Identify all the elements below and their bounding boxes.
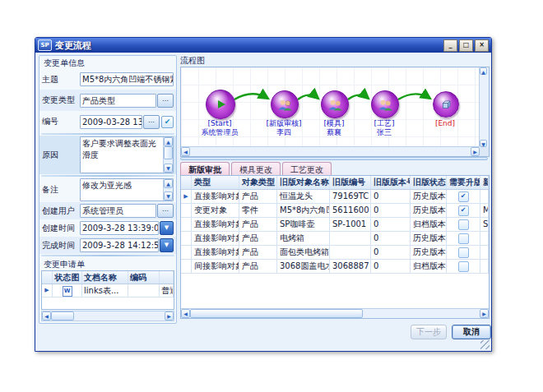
grid-header: 类型 对象类型 旧版对象名称 旧版编号 旧版版本号 旧版状态 需要升版 新版 <box>181 176 489 190</box>
col-obj-type[interactable]: 对象类型 <box>239 176 277 189</box>
scroll-up-icon[interactable]: ▲ <box>164 137 173 146</box>
number-picker-button[interactable]: … <box>143 115 160 129</box>
next-button[interactable]: 下一步 <box>411 325 447 339</box>
flow-chart: [Start]系统管理员 [新版审核]李四 [模具]蔡襄 [工艺]张三 [End… <box>180 67 490 157</box>
col-upgrade[interactable]: 需要升版 <box>447 176 480 189</box>
flow-node-review[interactable] <box>271 90 299 118</box>
remark-spinner[interactable]: ▲ ▼ <box>163 179 173 201</box>
scrollbar-corner <box>480 147 489 156</box>
play-icon <box>218 100 225 108</box>
cell-new-name <box>480 232 489 245</box>
cell-type: 直接影响对象 <box>192 190 239 203</box>
upgrade-checkbox[interactable] <box>458 219 469 230</box>
reason-textarea[interactable]: 客户要求调整表面光滑度 ▲ ▼ <box>80 136 174 173</box>
grid-empty-area <box>181 274 489 308</box>
finish-time-dropdown-icon[interactable]: ▼ <box>160 238 174 252</box>
remark-textarea[interactable]: 修改为亚光感 ▲ ▼ <box>80 178 174 201</box>
upgrade-checkbox[interactable]: ✔ <box>458 205 469 216</box>
minimize-button[interactable]: _ <box>443 39 457 52</box>
cell-old-ver: 0 <box>371 218 411 231</box>
flow-node-craft[interactable] <box>371 90 399 118</box>
reason-scrollbar[interactable]: ▲ ▼ <box>163 137 173 173</box>
cell-new-name <box>480 260 489 273</box>
number-checkbox[interactable]: ✔ <box>161 116 174 128</box>
flow-vscrollbar[interactable]: ▲ ▼ <box>479 67 489 147</box>
scroll-thumb[interactable] <box>51 311 74 321</box>
cell-obj-type: 产品 <box>239 232 277 245</box>
scroll-down-icon[interactable]: ▼ <box>480 140 487 147</box>
col-doc-name[interactable]: 文档名称 <box>82 271 128 284</box>
table-row[interactable]: 直接影响对象 产品 面包类电烤箱 0 历史版本 <box>181 246 489 260</box>
subject-input[interactable]: M5*8内六角凹端不锈钢紧固螺钉 <box>80 72 174 86</box>
cell-type: 直接影响对象 <box>192 232 239 245</box>
number-input[interactable]: 2009-03-28 13:39:01 <box>80 115 142 129</box>
titlebar[interactable]: SP 变更流程 _ □ × <box>35 38 491 53</box>
table-row[interactable]: 直接影响对象 产品 电烤箱 0 历史版本 <box>181 232 489 246</box>
scroll-up-icon[interactable]: ▲ <box>480 67 487 75</box>
cancel-button[interactable]: 取消 <box>452 325 491 339</box>
table-row[interactable]: 间接影响对象 产品 3068圆盖电水壶 3068887 0 归档版本 <box>181 260 489 274</box>
resize-grip[interactable] <box>480 340 490 349</box>
create-time-dropdown-icon[interactable]: ▼ <box>160 221 174 235</box>
flow-node-mold[interactable] <box>321 90 349 118</box>
cell-old-status: 历史版本 <box>411 190 447 203</box>
scroll-right-icon[interactable]: ▶ <box>165 311 174 321</box>
maximize-button[interactable]: □ <box>459 39 473 52</box>
col-old-ver[interactable]: 旧版版本号 <box>371 176 411 189</box>
creator-input[interactable]: 系统管理员 <box>80 204 156 218</box>
upgrade-checkbox[interactable] <box>458 261 469 272</box>
divider <box>41 175 174 177</box>
col-type[interactable]: 类型 <box>192 176 239 189</box>
col-old-status[interactable]: 旧版状态 <box>411 176 447 189</box>
scroll-right-icon[interactable]: ▶ <box>471 147 480 156</box>
change-request-table: 状态图 文档名称 编码 ▶ W links表... 普通 <box>41 270 174 310</box>
desktop: { "icons": { "up": "▲", "down": "▼", "le… <box>0 0 543 392</box>
people-icon <box>327 99 343 111</box>
request-table-hscrollbar[interactable]: ◀ ▶ <box>41 311 174 321</box>
col-new[interactable]: 新版 <box>480 176 489 189</box>
cell-obj-type: 产品 <box>239 260 277 273</box>
creator-picker-button[interactable]: … <box>157 204 174 218</box>
horizontal-splitter[interactable] <box>180 157 488 160</box>
flow-node-start[interactable] <box>206 90 235 119</box>
cell-new-name: M5*8 <box>480 204 489 217</box>
cell-old-no: 79169TC <box>330 190 371 203</box>
upgrade-checkbox[interactable]: ✔ <box>458 191 469 202</box>
request-table-row[interactable]: ▶ W links表... 普通 <box>42 284 174 297</box>
scroll-thumb[interactable] <box>190 309 363 318</box>
scroll-left-icon[interactable]: ◀ <box>181 147 190 156</box>
col-code[interactable]: 编码 <box>128 271 160 284</box>
doc-extra-cell: 普通 <box>160 284 174 297</box>
window-title: 变更流程 <box>55 39 442 52</box>
table-row[interactable]: 直接影响对象 产品 SP咖啡壶 SP-1001 0 归档版本 SP咖 <box>181 218 489 232</box>
cell-old-name: SP咖啡壶 <box>277 218 330 231</box>
grid-hscrollbar[interactable]: ◀ ▶ <box>181 308 489 318</box>
scroll-left-icon[interactable]: ◀ <box>181 309 190 318</box>
scroll-left-icon[interactable]: ◀ <box>42 311 51 321</box>
flow-canvas[interactable]: [Start]系统管理员 [新版审核]李四 [模具]蔡襄 [工艺]张三 [End… <box>181 67 480 147</box>
finish-time-input[interactable]: 2009-3-28 14:12:50 <box>80 238 159 252</box>
table-row[interactable]: ▶ 直接影响对象 产品 恒温龙头 79169TC 0 历史版本 ✔ <box>181 190 489 204</box>
cell-new-name <box>480 190 489 203</box>
number-label: 编号 <box>42 116 80 127</box>
change-type-label: 变更类型 <box>42 95 80 106</box>
scroll-thumb[interactable] <box>164 146 173 159</box>
flow-node-end[interactable] <box>433 91 459 118</box>
remark-row: 备注 修改为亚光感 ▲ ▼ <box>39 178 176 202</box>
spin-up-icon[interactable]: ▲ <box>164 179 173 188</box>
col-old-no[interactable]: 旧版编号 <box>330 176 371 189</box>
create-time-input[interactable]: 2009-3-28 13:39:01 <box>80 221 159 235</box>
upgrade-checkbox[interactable] <box>458 233 469 244</box>
scroll-right-icon[interactable]: ▶ <box>480 309 489 318</box>
change-type-picker-button[interactable]: … <box>157 94 174 108</box>
flow-hscrollbar[interactable]: ◀ ▶ <box>181 146 480 156</box>
col-status[interactable]: 状态图 <box>53 271 82 284</box>
spin-down-icon[interactable]: ▼ <box>164 191 173 201</box>
scroll-down-icon[interactable]: ▼ <box>164 164 173 173</box>
upgrade-checkbox[interactable] <box>458 247 469 258</box>
cell-old-ver: 0 <box>371 190 411 203</box>
change-type-input[interactable]: 产品类型 <box>80 94 156 108</box>
close-button[interactable]: × <box>475 39 489 52</box>
table-row[interactable]: 变更对象 零件 M5*8内六角凹... 5611600 0 历史版本 ✔ M5*… <box>181 204 489 218</box>
col-old-name[interactable]: 旧版对象名称 <box>277 176 330 189</box>
